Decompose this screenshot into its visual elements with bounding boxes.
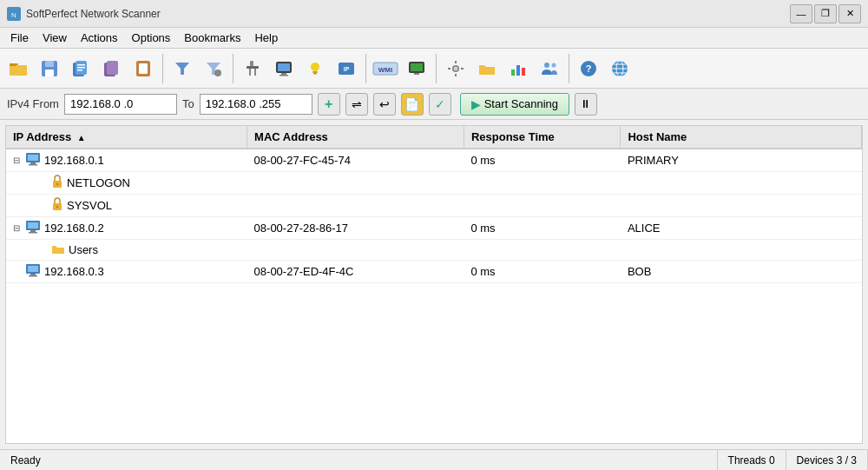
svg-rect-67 — [29, 232, 37, 234]
rt-cell: 0 ms — [464, 261, 620, 283]
ipv4-to-input[interactable] — [200, 94, 312, 115]
play-icon: ▶ — [471, 97, 481, 111]
back-button[interactable]: ↩ — [373, 93, 396, 116]
col-header-ip[interactable]: IP Address ▲ — [6, 126, 247, 149]
filter-settings-button[interactable] — [199, 54, 228, 83]
expand-icon[interactable]: ⊟ — [13, 223, 22, 233]
svg-point-19 — [214, 70, 221, 76]
ip-button[interactable]: IP — [332, 54, 361, 83]
folder-button[interactable] — [472, 54, 502, 83]
lock-icon — [51, 175, 63, 191]
menu-actions[interactable]: Actions — [74, 30, 125, 46]
ip-cell: NETLOGON — [6, 172, 247, 195]
shuffle-button[interactable]: ⇌ — [345, 93, 368, 116]
svg-rect-26 — [281, 73, 286, 75]
menu-file[interactable]: File — [3, 30, 36, 46]
chart-button[interactable] — [503, 54, 533, 83]
svg-rect-25 — [278, 63, 290, 71]
rt-cell: 0 ms — [464, 149, 620, 172]
web-button[interactable] — [605, 54, 635, 83]
close-button[interactable]: ✕ — [838, 4, 861, 23]
table-header: IP Address ▲ MAC Address Response Time H… — [6, 126, 862, 149]
tools-button[interactable] — [238, 54, 267, 83]
svg-rect-71 — [29, 275, 37, 277]
col-header-mac[interactable]: MAC Address — [247, 126, 464, 149]
status-devices: Devices 3 / 3 — [786, 450, 868, 470]
svg-rect-40 — [455, 61, 457, 63]
ip-cell: ⊟ 192.168.0.1 — [6, 149, 247, 172]
svg-rect-14 — [107, 61, 118, 75]
share-name: SYSVOL — [67, 199, 112, 212]
host-cell: BOB — [621, 261, 862, 283]
col-header-rt[interactable]: Response Time — [464, 126, 620, 149]
start-scanning-label: Start Scanning — [484, 97, 558, 110]
svg-rect-43 — [461, 68, 464, 70]
svg-rect-41 — [455, 74, 457, 76]
svg-point-28 — [311, 63, 319, 71]
start-scanning-button[interactable]: ▶ Start Scanning — [460, 93, 569, 116]
computer-icon — [25, 263, 41, 280]
svg-rect-27 — [279, 75, 288, 76]
share-name: Users — [69, 243, 98, 256]
svg-rect-7 — [45, 70, 54, 76]
svg-text:?: ? — [586, 63, 592, 74]
svg-rect-22 — [249, 69, 251, 76]
maximize-button[interactable]: ❐ — [814, 4, 837, 23]
minimize-button[interactable]: — — [790, 4, 812, 23]
filter-button[interactable] — [168, 54, 197, 83]
svg-rect-30 — [313, 73, 317, 75]
svg-rect-45 — [516, 65, 520, 76]
menu-bookmarks[interactable]: Bookmarks — [177, 30, 247, 46]
svg-rect-12 — [77, 70, 82, 71]
scan-button[interactable] — [402, 54, 431, 83]
settings-button[interactable] — [441, 54, 470, 83]
add-range-button[interactable]: + — [318, 93, 340, 116]
ipv4-to-label: To — [182, 97, 194, 110]
table-row: NETLOGON — [6, 172, 862, 195]
app-window: N SoftPerfect Network Scanner — ❐ ✕ File… — [0, 0, 868, 470]
svg-point-48 — [552, 63, 556, 67]
pause-button[interactable]: ⏸ — [575, 93, 597, 116]
ip-cell: Users — [6, 240, 247, 261]
svg-text:N: N — [11, 10, 16, 18]
ip-cell: ⊟ 192.168.0.2 — [6, 217, 247, 240]
ipv4-from-input[interactable] — [64, 94, 177, 115]
ip-address: 192.168.0.1 — [44, 154, 104, 167]
status-threads: Threads 0 — [718, 450, 786, 470]
toolbar: IP WMI ? — [0, 49, 868, 89]
svg-rect-36 — [411, 63, 423, 71]
separator-3 — [365, 54, 366, 83]
bookmark-button[interactable]: 📄 — [401, 93, 424, 116]
menu-bar: File View Actions Options Bookmarks Help — [0, 28, 868, 49]
separator-1 — [162, 54, 163, 83]
menu-options[interactable]: Options — [125, 30, 178, 46]
col-header-host[interactable]: Host Name — [621, 126, 862, 149]
svg-rect-37 — [414, 73, 419, 75]
save-button[interactable] — [35, 54, 64, 83]
title-bar: N SoftPerfect Network Scanner — ❐ ✕ — [0, 0, 868, 28]
menu-help[interactable]: Help — [247, 30, 285, 46]
svg-rect-65 — [28, 222, 38, 228]
wmi-button[interactable]: WMI — [371, 54, 400, 83]
check-button[interactable]: ✓ — [429, 93, 451, 116]
ip-address: 192.168.0.3 — [44, 265, 104, 278]
svg-rect-44 — [511, 70, 515, 76]
ip-cell: SYSVOL — [6, 195, 247, 217]
mac-cell: 08-00-27-FC-45-74 — [247, 149, 464, 172]
copy-button[interactable] — [66, 54, 95, 83]
users-button[interactable] — [535, 54, 564, 83]
ipv4-from-label: IPv4 From — [7, 97, 59, 110]
clipboard-button[interactable] — [128, 54, 158, 83]
host-cell: ALICE — [621, 217, 862, 240]
export-button[interactable] — [97, 54, 127, 83]
open-button[interactable] — [3, 54, 33, 83]
menu-view[interactable]: View — [36, 30, 74, 46]
expand-icon[interactable]: ⊟ — [13, 156, 22, 165]
separator-4 — [436, 54, 437, 83]
monitor-button[interactable] — [269, 54, 299, 83]
help-button[interactable]: ? — [574, 54, 603, 83]
rt-cell: 0 ms — [464, 217, 620, 240]
svg-rect-6 — [45, 61, 54, 67]
folder-icon — [51, 242, 65, 257]
bulb-button[interactable] — [300, 54, 330, 83]
